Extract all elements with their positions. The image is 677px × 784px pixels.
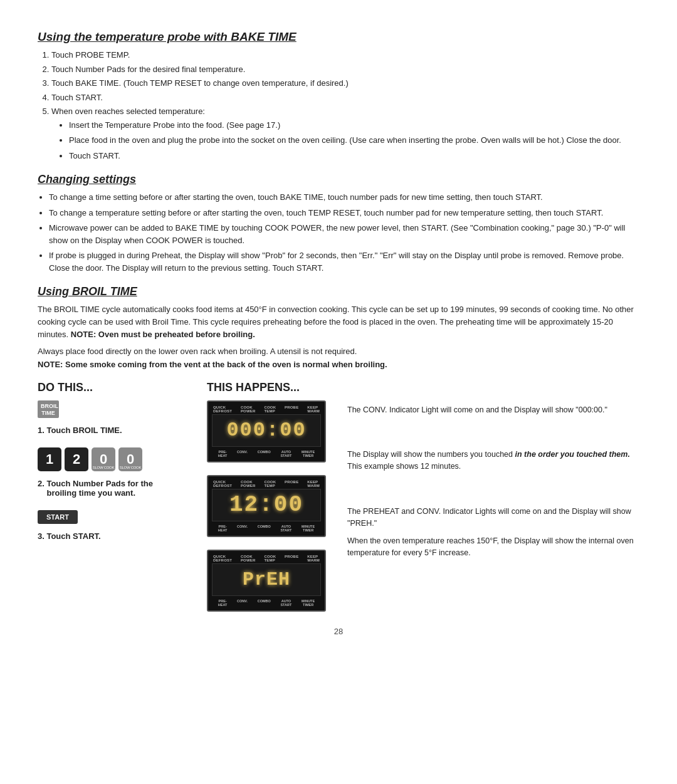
broil-time-section: Using BROIL TIME The BROIL TIME cycle au…	[38, 285, 639, 612]
sub-steps: Insert the Temperature Probe into the fo…	[51, 119, 639, 162]
display-bottom-bar-3: PRE-HEAT CONV. COMBO AUTOSTART MINUTETIM…	[211, 597, 322, 608]
bullet-1: To change a time setting before or after…	[49, 191, 639, 204]
numpad-1[interactable]: 1	[38, 447, 61, 471]
step-3: Touch BAKE TIME. (Touch TEMP RESET to ch…	[51, 77, 639, 90]
changing-settings-section: Changing settings To change a time setti…	[38, 173, 639, 274]
do-row-2: 1 2 0 SLOW COOK 0 SLOW COOK 2. Touch Num…	[38, 447, 194, 498]
changing-settings-bullets: To change a time setting before or after…	[38, 191, 639, 274]
display-top-bar-1: QUICKDEFROST COOKPOWER COOKTEMP PROBE KE…	[211, 404, 322, 413]
desc-column: THIS HAPPENS... The CONV. Indicator Ligh…	[338, 381, 639, 612]
display-panel-2: QUICKDEFROST COOKPOWER COOKTEMP PROBE KE…	[207, 475, 326, 537]
display-digits-1: 000:00	[226, 419, 306, 442]
bullet-3: Microwave power can be added to BAKE TIM…	[49, 222, 639, 246]
desc-text-2: The Display will show the numbers you to…	[347, 449, 639, 473]
bullet-2: To change a temperature setting before o…	[49, 207, 639, 219]
display-screen-1: 000:00	[212, 414, 321, 447]
sub-step-a: Insert the Temperature Probe into the fo…	[69, 119, 639, 132]
display-1-wrapper: QUICKDEFROST COOKPOWER COOKTEMP PROBE KE…	[207, 400, 332, 463]
numpad-0b[interactable]: 0 SLOW COOK	[118, 447, 142, 471]
display-bottom-bar-2: PRE-HEAT CONV. COMBO AUTOSTART MINUTETIM…	[211, 523, 322, 533]
desc-text-3a: The PREHEAT and CONV. Indicator Lights w…	[347, 506, 639, 530]
display-top-bar-2: QUICKDEFROST COOKPOWER COOKTEMP PROBE KE…	[211, 479, 322, 488]
sub-step-c: Touch START.	[69, 150, 639, 162]
broil-time-button[interactable]: BROILTIME	[38, 400, 59, 418]
step-3-label: 3. Touch START.	[38, 531, 101, 541]
do-column: DO THIS... BROILTIME 1. Touch BROIL TIME…	[38, 381, 201, 612]
display-digits-2: 12:00	[229, 492, 303, 518]
step-1: Touch PROBE TEMP.	[51, 49, 639, 61]
sub-step-b: Place food in the oven and plug the prob…	[69, 134, 639, 147]
numpad-0a[interactable]: 0 SLOW COOK	[92, 447, 115, 471]
bullet-4: If probe is plugged in during Preheat, t…	[49, 249, 639, 274]
desc-row-3: The PREHEAT and CONV. Indicator Lights w…	[347, 502, 639, 560]
desc-text-1: The CONV. Indicator Light will come on a…	[347, 404, 639, 416]
step-5: When oven reaches selected temperature: …	[51, 105, 639, 162]
desc-text-3b: When the oven temperature reaches 150°F,…	[347, 535, 639, 560]
start-button[interactable]: START	[38, 510, 78, 524]
do-row-1: BROILTIME 1. Touch BROIL TIME.	[38, 400, 194, 435]
broil-intro-2: Always place food directly on the lower …	[38, 345, 639, 370]
display-2-wrapper: QUICKDEFROST COOKPOWER COOKTEMP PROBE KE…	[207, 475, 332, 537]
display-3-wrapper: QUICKDEFROST COOKPOWER COOKTEMP PROBE KE…	[207, 550, 332, 612]
happens-header: THIS HAPPENS...	[207, 381, 332, 394]
display-top-bar-3: QUICKDEFROST COOKPOWER COOKTEMP PROBE KE…	[211, 553, 322, 562]
do-header: DO THIS...	[38, 381, 194, 394]
page-number: 28	[38, 627, 639, 636]
do-row-3: START 3. Touch START.	[38, 510, 194, 541]
step-2: Touch Number Pads for the desired final …	[51, 63, 639, 76]
step-2-label: 2. Touch Number Pads for the broiling ti…	[38, 479, 153, 498]
display-panel-3: QUICKDEFROST COOKPOWER COOKTEMP PROBE KE…	[207, 550, 326, 612]
bake-time-title: Using the temperature probe with BAKE TI…	[38, 30, 639, 44]
step-4: Touch START.	[51, 91, 639, 104]
bake-time-steps: Touch PROBE TEMP. Touch Number Pads for …	[38, 49, 639, 162]
broil-intro-1: The BROIL TIME cycle automatically cooks…	[38, 303, 639, 341]
broil-time-title: Using BROIL TIME	[38, 285, 639, 298]
numpad-row: 1 2 0 SLOW COOK 0 SLOW COOK	[38, 447, 142, 471]
display-screen-2: 12:00	[212, 489, 321, 521]
display-digits-3: PrEH	[243, 569, 290, 590]
desc-row-1: The CONV. Indicator Light will come on a…	[347, 400, 639, 416]
display-panel-1: QUICKDEFROST COOKPOWER COOKTEMP PROBE KE…	[207, 400, 326, 463]
display-screen-3: PrEH	[212, 563, 321, 596]
happens-column: THIS HAPPENS... QUICKDEFROST COOKPOWER C…	[201, 381, 338, 612]
changing-settings-title: Changing settings	[38, 173, 639, 186]
bake-time-section: Using the temperature probe with BAKE TI…	[38, 30, 639, 162]
display-bottom-bar-1: PRE-HEAT CONV. COMBO AUTOSTART MINUTETIM…	[211, 448, 322, 459]
numpad-2[interactable]: 2	[65, 447, 88, 471]
do-happens-table: DO THIS... BROILTIME 1. Touch BROIL TIME…	[38, 381, 639, 612]
desc-row-2: The Display will show the numbers you to…	[347, 445, 639, 473]
step-1-label: 1. Touch BROIL TIME.	[38, 426, 122, 435]
